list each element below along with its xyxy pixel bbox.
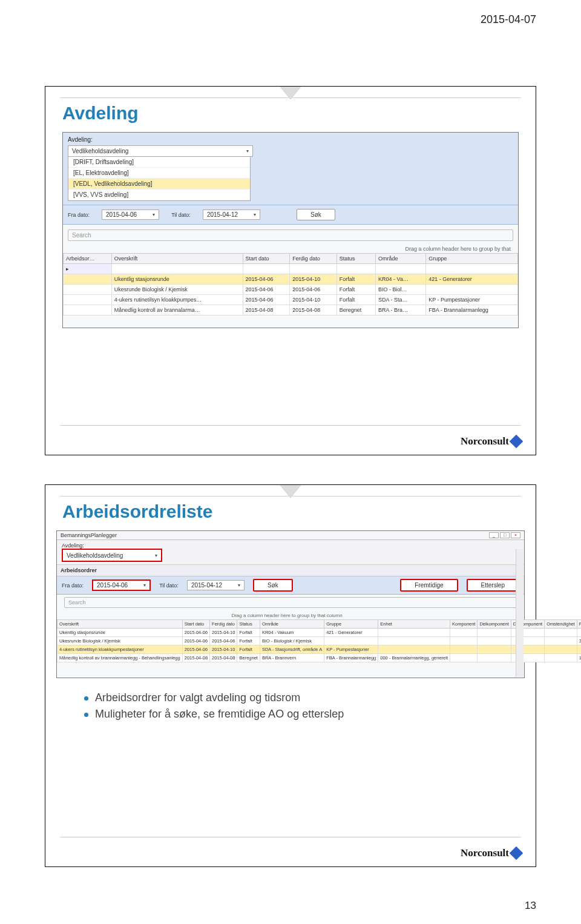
window-title: BemanningsPlanlegger	[61, 532, 117, 538]
fremtidige-button-highlight[interactable]: Fremtidige	[400, 579, 458, 592]
bullet-item: Muligheter for å søke, se fremtidige AO …	[84, 708, 521, 721]
chevron-down-icon: ▾	[246, 148, 249, 154]
table-row[interactable]: Ukentlig stasjonsrunde2015-04-062015-04-…	[64, 274, 518, 285]
option-vedl[interactable]: [VEDL, Vedlikeholdsavdeling]	[68, 179, 250, 190]
logo-icon	[510, 435, 524, 449]
col-h[interactable]: Enhet	[378, 620, 450, 629]
slide-avdeling: Avdeling Avdeling: Vedlikeholdsavdeling …	[45, 86, 536, 455]
col-start[interactable]: Start dato	[243, 254, 290, 264]
chevron-down-icon: ▾	[238, 582, 240, 588]
til-dato-label: Til dato:	[171, 212, 191, 218]
fra-dato-field[interactable]: 2015-04-06▾	[102, 210, 159, 220]
col-h[interactable]: Omstendighet	[545, 620, 577, 629]
col-gruppe[interactable]: Gruppe	[426, 254, 518, 264]
logo-text: Norconsult	[461, 847, 509, 859]
slide-arbeidsordreliste: Arbeidsordreliste BemanningsPlanlegger _…	[45, 484, 536, 867]
drag-hint: Drag a column header here to group by th…	[57, 613, 517, 618]
col-h[interactable]: Område	[260, 620, 324, 629]
chevron-down-icon: ▾	[153, 212, 155, 217]
table-row[interactable]: Ukentlig stasjonsrunde2015-04-062015-04-…	[57, 629, 582, 637]
slide-title: Arbeidsordreliste	[62, 501, 521, 522]
col-overskrift[interactable]: Overskrift	[111, 254, 243, 264]
section-arbeidsordrer: Arbeidsordrer	[57, 565, 524, 576]
col-h[interactable]: Delkomponent	[478, 620, 511, 629]
col-h[interactable]: Gruppe	[324, 620, 378, 629]
drag-hint: Drag a column header here to group by th…	[63, 246, 511, 252]
avdeling-label: Avdeling:	[62, 543, 519, 549]
til-dato-field[interactable]: 2015-04-12▾	[203, 210, 260, 220]
option-drift[interactable]: [DRIFT, Driftsavdeling]	[68, 157, 250, 168]
slide-marker-icon	[280, 485, 301, 498]
close-icon[interactable]: ×	[511, 532, 520, 538]
chevron-down-icon: ▾	[143, 582, 146, 588]
chevron-down-icon: ▾	[155, 553, 157, 558]
sok-button[interactable]: Søk	[297, 209, 335, 220]
header-date: 2015-04-07	[481, 13, 536, 26]
col-ferdig[interactable]: Ferdig dato	[290, 254, 337, 264]
avdeling-options[interactable]: [DRIFT, Driftsavdeling] [EL, Elektroavde…	[68, 157, 251, 201]
col-h[interactable]: Start dato	[182, 620, 209, 629]
logo-text: Norconsult	[461, 435, 509, 447]
til-dato-value: 2015-04-12	[191, 582, 222, 589]
fra-dato-value: 2015-04-06	[106, 211, 137, 218]
table-row[interactable]: 4-ukers rutinetilsyn kloakkpumpes…2015-0…	[64, 295, 518, 305]
avdeling-label: Avdeling:	[68, 136, 513, 143]
slide-title: Avdeling	[62, 103, 521, 124]
sok-button-highlight[interactable]: Søk	[253, 579, 293, 592]
til-dato-field[interactable]: 2015-04-12▾	[187, 580, 245, 590]
search-input[interactable]: Search	[68, 229, 513, 241]
table-row[interactable]: Ukesrunde Biologisk / Kjemisk2015-04-062…	[57, 637, 582, 645]
maximize-icon[interactable]: □	[500, 532, 510, 538]
col-arbeidsor[interactable]: Arbeidsor…	[64, 254, 112, 264]
work-order-table: Arbeidsor… Overskrift Start dato Ferdig …	[63, 253, 518, 315]
bullet-item: Arbeidsordrer for valgt avdeling og tids…	[84, 691, 521, 704]
fra-dato-label: Fra dato:	[62, 582, 84, 589]
til-dato-label: Til dato:	[159, 582, 179, 589]
chevron-down-icon: ▾	[254, 212, 256, 217]
work-order-table-wide: Overskrift Start dato Ferdig dato Status…	[57, 619, 581, 662]
option-vvs[interactable]: [VVS, VVS avdeling]	[68, 190, 250, 200]
fra-dato-field-highlight[interactable]: 2015-04-06▾	[92, 579, 151, 591]
avdeling-value: Vedlikeholdsavdeling	[67, 552, 123, 559]
app-avdeling-screenshot: Avdeling: Vedlikeholdsavdeling ▾ [DRIFT,…	[62, 132, 519, 328]
table-row[interactable]: Månedlig kontroll av brannalarma…2015-04…	[64, 305, 518, 315]
option-el[interactable]: [EL, Elektroavdeling]	[68, 168, 250, 179]
avdeling-dropdown[interactable]: Vedlikeholdsavdeling ▾	[68, 145, 253, 157]
table-row[interactable]: Månedlig kontroll av brannalarmanlegg - …	[57, 654, 582, 662]
scrollbar[interactable]	[516, 549, 524, 677]
til-dato-value: 2015-04-12	[207, 211, 238, 218]
col-omrade[interactable]: Område	[376, 254, 426, 264]
col-h[interactable]: Komponent	[450, 620, 478, 629]
col-h[interactable]: Overskrift	[57, 620, 183, 629]
col-h[interactable]: Ferdig dato	[210, 620, 237, 629]
logo-icon	[510, 846, 524, 860]
search-input[interactable]: Search	[64, 597, 517, 608]
norconsult-logo: Norconsult	[461, 435, 521, 447]
col-h[interactable]: Status	[237, 620, 260, 629]
table-row[interactable]: 4-ukers rutinetilsyn kloakkpumpestasjone…	[57, 645, 582, 654]
avdeling-value: Vedlikeholdsavdeling	[72, 148, 128, 154]
table-row[interactable]: Ukesrunde Biologisk / Kjemisk2015-04-062…	[64, 285, 518, 295]
fra-dato-value: 2015-04-06	[97, 582, 128, 589]
avdeling-dropdown-highlight[interactable]: Vedlikeholdsavdeling ▾	[62, 549, 162, 562]
page-number: 13	[525, 900, 536, 912]
slide-marker-icon	[280, 87, 301, 100]
norconsult-logo: Norconsult	[461, 847, 521, 859]
col-h[interactable]: Prioritet	[577, 620, 581, 629]
col-status[interactable]: Status	[336, 254, 375, 264]
app-arbeidsordreliste-screenshot: BemanningsPlanlegger _ □ × Avdeling: Ved…	[56, 530, 525, 678]
etterslep-button-highlight[interactable]: Etterslep	[467, 579, 519, 592]
fra-dato-label: Fra dato:	[68, 212, 90, 218]
minimize-icon[interactable]: _	[489, 532, 499, 538]
